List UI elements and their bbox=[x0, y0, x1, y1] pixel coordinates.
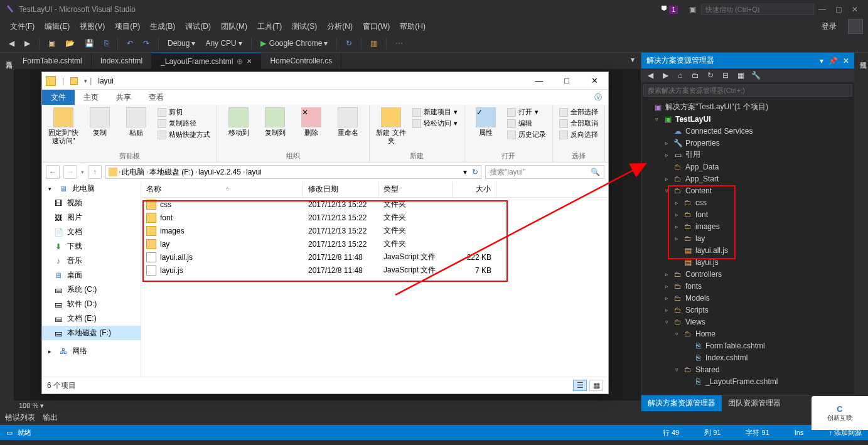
nav-pictures[interactable]: 🖼图片 bbox=[42, 210, 141, 225]
navigate-back-icon[interactable]: ◀ bbox=[5, 38, 18, 49]
close-button[interactable]: ✕ bbox=[850, 5, 859, 14]
rename-button[interactable]: 重命名 bbox=[333, 107, 363, 137]
nav-back-button[interactable]: ← bbox=[46, 165, 60, 179]
select-none-button[interactable]: 全部取消 bbox=[559, 119, 598, 128]
nav-music[interactable]: ♪音乐 bbox=[42, 254, 141, 268]
explorer-minimize-button[interactable]: — bbox=[525, 72, 553, 90]
copy-button[interactable]: 复制 bbox=[85, 107, 115, 137]
appdata-node[interactable]: 🗀App_Data bbox=[641, 161, 854, 173]
edit-button[interactable]: 编辑 bbox=[507, 119, 546, 128]
explorer-maximize-button[interactable]: □ bbox=[553, 72, 581, 90]
home-node[interactable]: ▿🗀Home bbox=[641, 328, 854, 340]
connected-services-node[interactable]: ☁Connected Services bbox=[641, 125, 854, 137]
invert-selection-button[interactable]: 反向选择 bbox=[559, 130, 598, 139]
select-all-button[interactable]: 全部选择 bbox=[559, 107, 598, 117]
explorer-close-button[interactable]: ✕ bbox=[581, 72, 608, 90]
explorer-titlebar[interactable]: | ▾ | layui — □ ✕ bbox=[42, 72, 608, 90]
footer-team-tab[interactable]: 团队资源管理器 bbox=[722, 395, 787, 411]
new-project-icon[interactable]: ▣ bbox=[45, 38, 59, 49]
solution-explorer-title[interactable]: 解决方案资源管理器 ▾ 📌 ✕ bbox=[641, 53, 854, 68]
ribbon-tab-share[interactable]: 共享 bbox=[107, 90, 140, 105]
menu-test[interactable]: 测试(S) bbox=[287, 19, 322, 35]
home-icon[interactable]: ⌂ bbox=[675, 70, 685, 80]
refresh-icon[interactable]: ↻ bbox=[705, 70, 715, 80]
models-node[interactable]: ▹🗀Models bbox=[641, 292, 854, 304]
copy-to-button[interactable]: 复制到 bbox=[260, 107, 290, 137]
menu-debug[interactable]: 调试(D) bbox=[180, 19, 216, 35]
undo-icon[interactable]: ↶ bbox=[123, 38, 137, 49]
menu-edit[interactable]: 编辑(E) bbox=[40, 19, 75, 35]
toolbar-icon[interactable]: ⋯ bbox=[392, 38, 407, 49]
nav-desktop[interactable]: 🖥桌面 bbox=[42, 268, 141, 282]
shared-node[interactable]: ▿🗀Shared bbox=[641, 363, 854, 375]
address-breadcrumb[interactable]: › 此电脑› 本地磁盘 (F:)› layui-v2.2.45› layui ▾… bbox=[105, 165, 481, 179]
start-debug-button[interactable]: ▶Google Chrome▾ bbox=[257, 38, 332, 49]
crumb-layuiver[interactable]: layui-v2.2.45› bbox=[198, 168, 245, 176]
avatar-icon[interactable] bbox=[848, 19, 863, 34]
tab-homecontroller[interactable]: HomeController.cs bbox=[261, 53, 341, 69]
solution-root[interactable]: ▣解决方案"TestLayUI"(1 个项目) bbox=[641, 101, 854, 113]
file-row[interactable]: layui.all.js 2017/12/8 11:48 JavaScript … bbox=[141, 250, 608, 264]
menu-build[interactable]: 生成(B) bbox=[145, 19, 180, 35]
nav-downloads[interactable]: ⬇下载 bbox=[42, 239, 141, 254]
fwd-icon[interactable]: ▶ bbox=[660, 70, 670, 80]
close-tab-icon[interactable]: ✕ bbox=[247, 58, 252, 65]
menu-view[interactable]: 视图(V) bbox=[75, 19, 110, 35]
file-row[interactable]: font 2017/12/13 15:22 文件夹 bbox=[141, 211, 608, 224]
nav-network[interactable]: ▸🖧网络 bbox=[42, 344, 141, 358]
error-list-tab[interactable]: 错误列表 bbox=[5, 412, 35, 424]
easy-access-button[interactable]: 轻松访问 ▾ bbox=[412, 119, 458, 128]
address-history-icon[interactable]: ▾ bbox=[463, 168, 467, 176]
open-button[interactable]: 打开 ▾ bbox=[507, 107, 546, 117]
cut-button[interactable]: 剪切 bbox=[158, 107, 210, 117]
col-type[interactable]: 类型 bbox=[378, 181, 453, 197]
menu-window[interactable]: 窗口(W) bbox=[358, 19, 395, 35]
sync-icon[interactable]: 🗀 bbox=[690, 70, 700, 80]
pin-quick-access-button[interactable]: 固定到"快 速访问" bbox=[48, 107, 78, 145]
font-node[interactable]: ▹🗀font bbox=[641, 208, 854, 220]
appstart-node[interactable]: ▹🗀App_Start bbox=[641, 173, 854, 185]
view-details-button[interactable]: ☰ bbox=[573, 380, 587, 391]
recent-locations-icon[interactable]: ▾ bbox=[81, 169, 84, 175]
paste-shortcut-button[interactable]: 粘贴快捷方式 bbox=[158, 130, 210, 139]
controllers-node[interactable]: ▹🗀Controllers bbox=[641, 268, 854, 280]
config-dropdown[interactable]: Debug▾ bbox=[164, 38, 199, 49]
footer-solution-tab[interactable]: 解决方案资源管理器 bbox=[641, 395, 722, 411]
delete-button[interactable]: ✕删除 bbox=[296, 107, 326, 137]
menu-team[interactable]: 团队(M) bbox=[216, 19, 252, 35]
project-node[interactable]: ▿▣TestLayUI bbox=[641, 113, 854, 125]
redo-icon[interactable]: ↷ bbox=[139, 38, 153, 49]
platform-dropdown[interactable]: Any CPU▾ bbox=[201, 38, 245, 49]
tab-index[interactable]: Index.cshtml bbox=[92, 53, 152, 69]
save-icon[interactable]: 💾 bbox=[81, 38, 98, 49]
address-refresh-icon[interactable]: ↻ bbox=[472, 168, 478, 176]
history-button[interactable]: 历史记录 bbox=[507, 130, 546, 139]
search-icon[interactable]: 🔍 bbox=[591, 168, 600, 176]
nav-fwd-button[interactable]: → bbox=[63, 165, 77, 179]
tab-formtable[interactable]: FormTable.cshtml bbox=[14, 53, 92, 69]
zoom-indicator[interactable]: 100 % ▾ bbox=[14, 400, 641, 411]
solution-search-input[interactable] bbox=[643, 84, 852, 97]
layui-js-node[interactable]: ▤layui.js bbox=[641, 256, 854, 268]
lay-node[interactable]: ▹🗀lay bbox=[641, 232, 854, 244]
menu-tools[interactable]: 工具(T) bbox=[252, 19, 287, 35]
properties-node[interactable]: ▹🔧Properties bbox=[641, 137, 854, 149]
tab-overflow-icon[interactable]: ▾ bbox=[624, 53, 641, 69]
qat-dropdown-icon[interactable]: ▾ bbox=[84, 78, 87, 84]
nav-this-pc[interactable]: ▾🖥此电脑 bbox=[42, 181, 141, 196]
browser-link-icon[interactable]: ↻ bbox=[342, 38, 356, 49]
content-node[interactable]: ▿🗀Content bbox=[641, 185, 854, 196]
index-file-node[interactable]: ⎘Index.cshtml bbox=[641, 351, 854, 363]
nav-documents[interactable]: 📄文档 bbox=[42, 225, 141, 239]
move-to-button[interactable]: 移动到 bbox=[223, 107, 254, 137]
ribbon-collapse-icon[interactable]: ⓥ bbox=[588, 90, 608, 105]
menu-file[interactable]: 文件(F) bbox=[5, 19, 40, 35]
crumb-layui[interactable]: layui bbox=[246, 168, 262, 176]
copy-path-button[interactable]: 复制路径 bbox=[158, 119, 210, 128]
ribbon-tab-view[interactable]: 查看 bbox=[140, 90, 173, 105]
crumb-thispc[interactable]: 此电脑› bbox=[122, 167, 148, 178]
nav-drive-c[interactable]: 🖴系统 (C:) bbox=[42, 282, 141, 297]
views-node[interactable]: ▿🗀Views bbox=[641, 316, 854, 328]
menu-analyze[interactable]: 分析(N) bbox=[322, 19, 358, 35]
col-date[interactable]: 修改日期 bbox=[303, 181, 378, 197]
